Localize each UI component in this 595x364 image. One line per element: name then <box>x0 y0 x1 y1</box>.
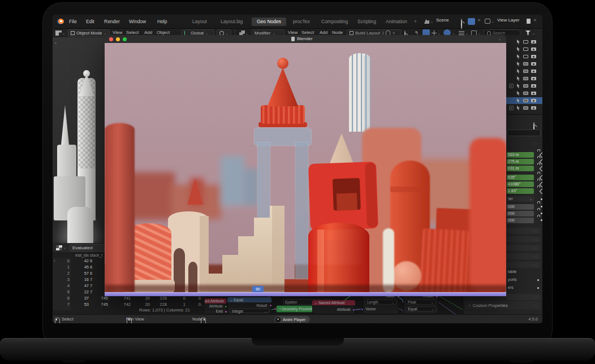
scene-browse-icon[interactable] <box>424 19 429 24</box>
hide-render-icon[interactable] <box>531 47 536 51</box>
animate-dot-icon[interactable] <box>537 279 539 281</box>
search-input[interactable] <box>493 31 518 35</box>
tab-layout-big[interactable]: Layout.big <box>215 18 248 26</box>
cell[interactable]: 42 <box>70 258 89 263</box>
cell[interactable]: 16 <box>70 277 89 282</box>
hide-render-icon[interactable] <box>531 55 536 58</box>
keyframe-icon[interactable] <box>540 166 542 172</box>
chevron-down-icon[interactable]: ⌄ <box>491 19 494 23</box>
pin-icon[interactable] <box>461 19 462 29</box>
hide-render-icon[interactable] <box>531 106 536 110</box>
visibility-viewports-label[interactable]: ports <box>508 278 517 281</box>
cell[interactable]: 37 <box>70 296 89 301</box>
hide-render-icon[interactable] <box>531 40 536 44</box>
node-named-attribute[interactable]: ⌄ Named Attribute <box>312 300 355 305</box>
mode-dropdown[interactable]: Object Mode ⌄ <box>68 29 110 37</box>
animate-dot-icon[interactable] <box>537 287 539 289</box>
cell[interactable]: 228 <box>152 302 167 307</box>
tab-scripting[interactable]: Scripting <box>352 18 381 26</box>
animate-dot-icon[interactable] <box>541 198 542 200</box>
cell[interactable]: 228 <box>152 296 167 301</box>
cell[interactable]: 741 <box>113 296 131 301</box>
menu-help[interactable]: Help <box>153 16 171 27</box>
rotation-x-field[interactable]: 635° <box>507 175 534 180</box>
timeline-scrub-band[interactable] <box>105 292 506 296</box>
menu-select[interactable]: Select <box>126 30 139 35</box>
panel-section[interactable]: ::: <box>507 245 541 251</box>
node-equal[interactable]: ⌄ Equal <box>227 297 271 302</box>
menu-node-add[interactable]: Add <box>320 30 327 35</box>
column-header[interactable]: inst_idx <box>66 253 89 257</box>
menu-node[interactable]: Node <box>332 30 343 35</box>
cell[interactable]: 2 <box>58 271 70 276</box>
view-layer-icon[interactable] <box>485 19 490 24</box>
render-window[interactable]: Blender ⌄ <box>105 35 506 296</box>
location-z-field[interactable]: 031 m <box>507 166 534 171</box>
cell[interactable]: 57 <box>70 271 89 276</box>
cell[interactable]: 20 <box>135 296 150 301</box>
hide-render-icon[interactable] <box>531 99 536 102</box>
new-scene-icon[interactable] <box>468 18 475 25</box>
tab-proctex[interactable]: procTex <box>288 18 315 26</box>
cell[interactable]: 1 <box>173 302 186 307</box>
hide-viewport-icon[interactable] <box>523 70 528 73</box>
unlink-scene-icon[interactable]: ✕ <box>477 18 481 23</box>
rotation-z-field[interactable]: 1.83° <box>507 188 534 194</box>
location-x-field[interactable]: 563 m <box>507 152 534 158</box>
panel-section[interactable]: ::: <box>507 294 541 300</box>
menu-view[interactable]: View <box>113 30 122 35</box>
remove-view-layer-icon[interactable]: ✕ <box>533 18 537 23</box>
checkbox-icon[interactable]: ✓ <box>509 106 514 110</box>
cell[interactable]: 0. <box>189 296 202 301</box>
socket-attribute[interactable] <box>352 309 355 311</box>
frame-indicator[interactable]: 90 <box>252 286 264 292</box>
location-y-field[interactable]: 275 m <box>507 159 534 164</box>
select-arrow-icon[interactable] <box>516 54 520 59</box>
socket-vector[interactable] <box>361 308 364 311</box>
hide-viewport-icon[interactable] <box>523 40 528 44</box>
cell[interactable]: 6 <box>58 296 70 301</box>
cell[interactable]: 3 <box>58 277 70 282</box>
select-arrow-icon[interactable] <box>516 106 520 110</box>
cell[interactable]: 7 <box>58 302 70 307</box>
cell[interactable]: 0 <box>173 296 186 301</box>
stop-icon[interactable]: ✕ <box>275 317 281 322</box>
hide-render-icon[interactable] <box>531 77 536 80</box>
zoom-traffic-icon[interactable] <box>123 37 127 41</box>
chevron-down-icon[interactable]: ⌄ <box>498 37 501 41</box>
custom-properties-panel[interactable]: › Custom Properties ::: <box>465 301 541 309</box>
dataset-dropdown[interactable]: Evaluated ⌄ <box>70 244 109 252</box>
hide-viewport-icon[interactable] <box>523 62 528 66</box>
node-named-attribute-left[interactable]: Named Attribute <box>205 298 226 304</box>
expand-icon[interactable]: › <box>54 259 55 263</box>
select-arrow-icon[interactable] <box>516 98 520 103</box>
menu-render[interactable]: Render <box>100 16 124 27</box>
tab-add[interactable]: + <box>409 18 422 26</box>
cell[interactable]: 20 <box>135 302 150 307</box>
editor-type-icon[interactable] <box>55 31 62 36</box>
hide-viewport-icon[interactable] <box>523 92 528 95</box>
tab-compositing[interactable]: Compositing <box>316 18 353 26</box>
select-arrow-icon[interactable] <box>516 91 520 96</box>
spreadsheet-icon[interactable] <box>56 245 62 250</box>
cell[interactable]: 742 <box>113 302 131 307</box>
rotation-mode-dropdown[interactable]: ler ⌄ <box>507 196 534 202</box>
cell[interactable]: 0. <box>189 302 202 307</box>
scale-x-field[interactable]: 000 <box>507 204 534 210</box>
cell[interactable]: 4 <box>58 283 70 288</box>
checkbox-icon[interactable]: ✓ <box>509 84 514 88</box>
hide-render-icon[interactable] <box>531 84 536 88</box>
hide-render-icon[interactable] <box>531 62 536 66</box>
select-arrow-icon[interactable] <box>516 47 520 51</box>
panel-section[interactable]: ::: <box>507 228 541 234</box>
tab-geo-nodes[interactable]: Geo Nodes <box>252 18 286 26</box>
new-view-layer-icon[interactable] <box>527 19 531 24</box>
cell[interactable]: 47 <box>70 283 89 288</box>
chevron-down-icon[interactable]: ⌄ <box>430 19 433 23</box>
cell[interactable]: 5 <box>58 289 70 294</box>
scene-name[interactable]: Scene <box>436 18 449 23</box>
menu-edit[interactable]: Edit <box>82 16 98 27</box>
menu-add[interactable]: Add <box>144 30 152 35</box>
menu-object[interactable]: Object <box>157 30 170 35</box>
rotation-y-field[interactable]: 41086° <box>507 181 534 187</box>
